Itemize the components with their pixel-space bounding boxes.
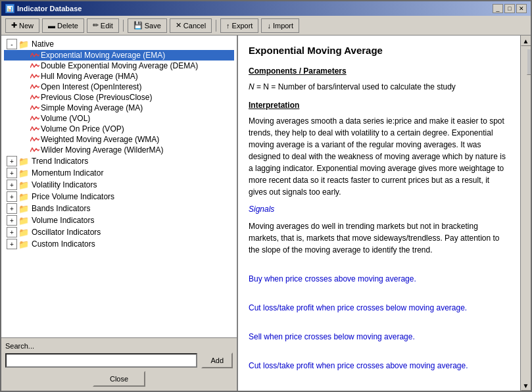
tree-item-wma[interactable]: Weighted Moving Average (WMA): [4, 134, 234, 145]
expand-custom-btn[interactable]: +: [7, 239, 17, 249]
signals-paragraph: Moving averages do well in trending mark…: [249, 220, 510, 256]
maximize-button[interactable]: □: [504, 4, 515, 13]
search-row: Add: [5, 353, 233, 368]
export-button[interactable]: ↑ Export: [220, 18, 258, 33]
tree-item-volatility-label: Volatility Indicators: [32, 180, 97, 189]
indicator-icon-wma: [30, 137, 39, 142]
signal3: Sell when price crosses below moving ave…: [249, 331, 510, 343]
content-area[interactable]: Exponential Moving Average Components / …: [238, 36, 520, 391]
close-button[interactable]: ✕: [516, 4, 527, 13]
scroll-up-button[interactable]: ▲: [521, 36, 531, 46]
folder-icon-trend: 📁: [18, 157, 29, 166]
signal4: Cut loss/take profit when price crosses …: [249, 360, 510, 372]
delete-button[interactable]: ▬ Delete: [42, 18, 84, 33]
tree-item-hma-label: Hull Moving Average (HMA): [41, 72, 138, 81]
tree-item-pricevol-label: Price Volume Indicators: [32, 192, 114, 201]
indicator-database-window: 📊 Indicator Database _ □ ✕ ✚ New ▬ Delet…: [0, 0, 532, 392]
tree-item-volume-label: Volume Indicators: [32, 216, 94, 225]
tree-item-wilder[interactable]: Wilder Moving Average (WilderMA): [4, 145, 234, 155]
title-bar-left: 📊 Indicator Database: [5, 4, 82, 13]
tree-item-oi-label: Open Interest (OpenInterest): [41, 82, 141, 91]
tree-item-pricevol[interactable]: + 📁 Price Volume Indicators: [4, 191, 234, 203]
scroll-down-button[interactable]: ▼: [521, 380, 531, 391]
tree-item-ema[interactable]: Exponential Moving Average (EMA): [4, 50, 234, 61]
tree-item-momentum-label: Momentum Indicator: [32, 168, 103, 178]
close-button[interactable]: Close: [93, 371, 145, 387]
tree-item-wma-label: Weighted Moving Average (WMA): [41, 135, 159, 144]
search-label: Search...: [5, 342, 233, 350]
tree-item-sma[interactable]: Simple Moving Average (MA): [4, 103, 234, 113]
indicator-icon-ema: [30, 53, 39, 58]
indicator-icon-wilder: [30, 147, 39, 153]
expand-volatility-btn[interactable]: +: [7, 180, 17, 190]
tree-item-sma-label: Simple Moving Average (MA): [41, 103, 143, 112]
tree-area[interactable]: - 📁 Native Exponential Moving Average (E…: [1, 36, 237, 337]
tree-item-trend-label: Trend Indicators: [32, 157, 88, 166]
indicator-icon-pc: [30, 95, 39, 100]
tree-item-oscillator[interactable]: + 📁 Oscillator Indicators: [4, 226, 234, 238]
tree-root-label: Native: [32, 39, 54, 49]
delete-icon: ▬: [48, 22, 55, 30]
signals-heading: Signals: [249, 203, 510, 215]
main-content: - 📁 Native Exponential Moving Average (E…: [1, 36, 531, 391]
tree-item-pc-label: Previous Close (PreviousClose): [41, 93, 152, 102]
tree-item-pc[interactable]: Previous Close (PreviousClose): [4, 92, 234, 103]
expand-pricevol-btn[interactable]: +: [7, 191, 17, 202]
tree-item-momentum[interactable]: + 📁 Momentum Indicator: [4, 167, 234, 179]
expand-momentum-btn[interactable]: +: [7, 168, 17, 178]
indicator-icon-oi: [30, 84, 39, 89]
tree-item-volatility[interactable]: + 📁 Volatility Indicators: [4, 179, 234, 191]
cancel-icon: ✕: [176, 21, 181, 30]
components-heading: Components / Parameters: [249, 65, 510, 77]
minimize-button[interactable]: _: [493, 4, 503, 13]
folder-icon-volatility: 📁: [18, 180, 29, 190]
indicator-icon-dema: [30, 63, 39, 68]
import-button[interactable]: ↓ Import: [261, 18, 299, 33]
save-button[interactable]: 💾 Save: [128, 18, 167, 33]
tree-item-dema[interactable]: Double Exponential Moving Average (DEMA): [4, 61, 234, 71]
tree-item-custom[interactable]: + 📁 Custom Indicators: [4, 238, 234, 250]
expand-bands-btn[interactable]: +: [7, 203, 17, 214]
window-title: Indicator Database: [17, 5, 82, 12]
content-title: Exponential Moving Average: [249, 43, 510, 59]
search-input[interactable]: [5, 353, 197, 368]
tree-item-oi[interactable]: Open Interest (OpenInterest): [4, 82, 234, 92]
export-icon: ↑: [226, 22, 230, 30]
n-formula: N = N = Number of bars/interval used to …: [249, 81, 510, 93]
expand-trend-btn[interactable]: +: [7, 156, 17, 166]
tree-item-wilder-label: Wilder Moving Average (WilderMA): [41, 145, 164, 155]
left-panel: - 📁 Native Exponential Moving Average (E…: [1, 36, 238, 391]
signal2: Cut loss/take profit when price crosses …: [249, 302, 510, 314]
tree-item-vop[interactable]: Volume On Price (VOP): [4, 124, 234, 134]
signal1: Buy when price crosses above moving aver…: [249, 273, 510, 285]
title-controls: _ □ ✕: [493, 4, 527, 13]
edit-button[interactable]: ✏ Edit: [87, 18, 119, 33]
new-icon: ✚: [11, 21, 17, 30]
add-button[interactable]: Add: [201, 353, 233, 368]
tree-item-vop-label: Volume On Price (VOP): [41, 124, 124, 134]
folder-icon-oscillator: 📁: [18, 228, 29, 237]
tree-item-dema-label: Double Exponential Moving Average (DEMA): [41, 61, 198, 70]
save-icon: 💾: [133, 21, 143, 30]
tree-item-vol[interactable]: Volume (VOL): [4, 113, 234, 124]
tree-item-volume-ind[interactable]: + 📁 Volume Indicators: [4, 214, 234, 226]
expand-oscillator-btn[interactable]: +: [7, 227, 17, 237]
folder-icon-volume: 📁: [18, 216, 29, 226]
tree-item-oscillator-label: Oscillator Indicators: [32, 228, 101, 237]
tree-item-hma[interactable]: Hull Moving Average (HMA): [4, 71, 234, 82]
scroll-thumb[interactable]: [527, 49, 531, 75]
cancel-button[interactable]: ✕ Cancel: [170, 18, 212, 33]
content-scrollbar[interactable]: ▲ ▼: [520, 36, 531, 391]
expand-native-btn[interactable]: -: [7, 39, 17, 49]
new-button[interactable]: ✚ New: [5, 18, 39, 33]
indicator-icon-vop: [30, 126, 39, 132]
tree-item-trend[interactable]: + 📁 Trend Indicators: [4, 155, 234, 167]
tree-item-ema-label: Exponential Moving Average (EMA): [41, 51, 165, 60]
tree-item-bands[interactable]: + 📁 Bands Indicators: [4, 203, 234, 214]
folder-icon-momentum: 📁: [18, 168, 29, 178]
title-bar: 📊 Indicator Database _ □ ✕: [1, 1, 531, 16]
window-icon: 📊: [5, 4, 14, 13]
expand-volume-btn[interactable]: +: [7, 215, 17, 226]
tree-root-native[interactable]: - 📁 Native: [4, 38, 234, 50]
indicator-icon-sma: [30, 105, 39, 110]
